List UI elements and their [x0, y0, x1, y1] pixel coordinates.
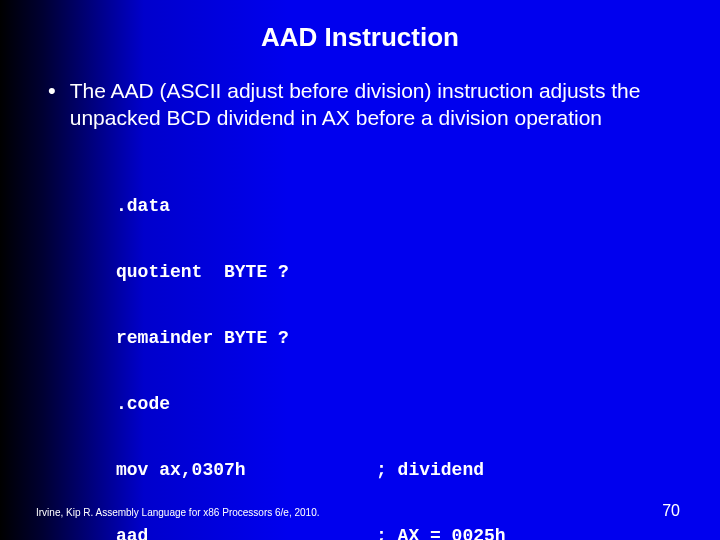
- code-comment: ; AX = 0025h: [376, 525, 506, 540]
- code-left: mov ax,0307h: [116, 459, 376, 481]
- code-line: quotient BYTE ?: [116, 261, 676, 283]
- code-line: remainder BYTE ?: [116, 327, 676, 349]
- page-number: 70: [662, 502, 680, 520]
- code-left: .data: [116, 195, 376, 217]
- content-area: • The AAD (ASCII adjust before division)…: [0, 53, 720, 540]
- code-comment: ; dividend: [376, 459, 484, 481]
- code-left: .code: [116, 393, 376, 415]
- footer-citation: Irvine, Kip R. Assembly Language for x86…: [36, 507, 320, 518]
- code-left: remainder BYTE ?: [116, 327, 376, 349]
- bullet-marker: •: [48, 77, 56, 105]
- code-line: .code: [116, 393, 676, 415]
- code-left: aad: [116, 525, 376, 540]
- bullet-item: • The AAD (ASCII adjust before division)…: [70, 77, 676, 131]
- code-line: aad; AX = 0025h: [116, 525, 676, 540]
- bullet-text: The AAD (ASCII adjust before division) i…: [70, 77, 676, 131]
- code-block: .data quotient BYTE ? remainder BYTE ? .…: [116, 151, 676, 540]
- code-line: mov ax,0307h; dividend: [116, 459, 676, 481]
- code-left: quotient BYTE ?: [116, 261, 376, 283]
- slide-title: AAD Instruction: [0, 0, 720, 53]
- code-line: .data: [116, 195, 676, 217]
